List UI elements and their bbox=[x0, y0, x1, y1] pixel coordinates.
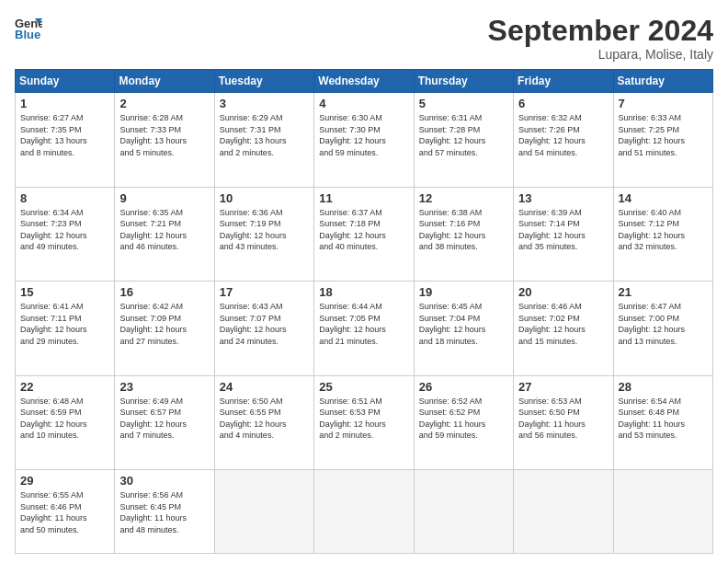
day-info: Sunrise: 6:33 AM Sunset: 7:25 PM Dayligh… bbox=[619, 112, 708, 158]
day-info: Sunrise: 6:27 AM Sunset: 7:35 PM Dayligh… bbox=[20, 112, 109, 158]
header-sunday: Sunday bbox=[16, 70, 115, 93]
table-row: 9Sunrise: 6:35 AM Sunset: 7:21 PM Daylig… bbox=[115, 187, 214, 281]
day-number: 5 bbox=[419, 97, 508, 110]
title-block: September 2024 Lupara, Molise, Italy bbox=[488, 15, 713, 62]
day-number: 23 bbox=[119, 380, 209, 394]
table-row bbox=[514, 470, 613, 554]
table-row: 6Sunrise: 6:32 AM Sunset: 7:26 PM Daylig… bbox=[514, 93, 613, 187]
table-row: 1Sunrise: 6:27 AM Sunset: 7:35 PM Daylig… bbox=[16, 93, 115, 187]
day-number: 26 bbox=[419, 380, 508, 394]
day-info: Sunrise: 6:44 AM Sunset: 7:05 PM Dayligh… bbox=[319, 301, 408, 347]
day-number: 21 bbox=[619, 285, 708, 299]
table-row: 4Sunrise: 6:30 AM Sunset: 7:30 PM Daylig… bbox=[314, 93, 414, 187]
day-info: Sunrise: 6:37 AM Sunset: 7:18 PM Dayligh… bbox=[319, 207, 408, 253]
day-info: Sunrise: 6:49 AM Sunset: 6:57 PM Dayligh… bbox=[119, 396, 209, 442]
day-number: 18 bbox=[319, 285, 408, 299]
table-row bbox=[613, 470, 712, 554]
table-row: 3Sunrise: 6:29 AM Sunset: 7:31 PM Daylig… bbox=[214, 93, 313, 187]
header-wednesday: Wednesday bbox=[314, 70, 414, 93]
table-row: 27Sunrise: 6:53 AM Sunset: 6:50 PM Dayli… bbox=[514, 375, 613, 469]
day-info: Sunrise: 6:56 AM Sunset: 6:45 PM Dayligh… bbox=[119, 489, 209, 535]
table-row: 5Sunrise: 6:31 AM Sunset: 7:28 PM Daylig… bbox=[414, 93, 513, 187]
day-info: Sunrise: 6:34 AM Sunset: 7:23 PM Dayligh… bbox=[20, 207, 109, 253]
day-number: 27 bbox=[518, 380, 608, 394]
day-number: 15 bbox=[20, 285, 109, 299]
day-info: Sunrise: 6:28 AM Sunset: 7:33 PM Dayligh… bbox=[119, 112, 209, 158]
day-info: Sunrise: 6:42 AM Sunset: 7:09 PM Dayligh… bbox=[119, 301, 209, 347]
day-number: 24 bbox=[220, 380, 309, 394]
calendar-table: Sunday Monday Tuesday Wednesday Thursday… bbox=[15, 69, 713, 554]
day-number: 16 bbox=[119, 285, 209, 299]
table-row: 17Sunrise: 6:43 AM Sunset: 7:07 PM Dayli… bbox=[214, 282, 313, 375]
day-info: Sunrise: 6:40 AM Sunset: 7:12 PM Dayligh… bbox=[619, 207, 708, 253]
day-number: 6 bbox=[518, 97, 608, 110]
table-row: 30Sunrise: 6:56 AM Sunset: 6:45 PM Dayli… bbox=[115, 470, 214, 554]
day-number: 29 bbox=[20, 474, 109, 488]
day-number: 8 bbox=[20, 191, 109, 205]
table-row: 26Sunrise: 6:52 AM Sunset: 6:52 PM Dayli… bbox=[414, 375, 513, 469]
day-info: Sunrise: 6:46 AM Sunset: 7:02 PM Dayligh… bbox=[518, 301, 608, 347]
day-number: 10 bbox=[220, 191, 309, 205]
location-subtitle: Lupara, Molise, Italy bbox=[488, 47, 713, 62]
day-info: Sunrise: 6:45 AM Sunset: 7:04 PM Dayligh… bbox=[419, 301, 508, 347]
day-info: Sunrise: 6:32 AM Sunset: 7:26 PM Dayligh… bbox=[518, 112, 608, 158]
day-info: Sunrise: 6:36 AM Sunset: 7:19 PM Dayligh… bbox=[220, 207, 309, 253]
svg-text:Blue: Blue bbox=[15, 28, 40, 40]
table-row bbox=[314, 470, 414, 554]
logo-icon: General Blue bbox=[15, 15, 42, 40]
table-row: 23Sunrise: 6:49 AM Sunset: 6:57 PM Dayli… bbox=[115, 375, 214, 469]
day-info: Sunrise: 6:39 AM Sunset: 7:14 PM Dayligh… bbox=[518, 207, 608, 253]
day-info: Sunrise: 6:47 AM Sunset: 7:00 PM Dayligh… bbox=[619, 301, 708, 347]
day-info: Sunrise: 6:35 AM Sunset: 7:21 PM Dayligh… bbox=[119, 207, 209, 253]
table-row: 21Sunrise: 6:47 AM Sunset: 7:00 PM Dayli… bbox=[613, 282, 712, 375]
table-row: 14Sunrise: 6:40 AM Sunset: 7:12 PM Dayli… bbox=[613, 187, 712, 281]
day-info: Sunrise: 6:54 AM Sunset: 6:48 PM Dayligh… bbox=[619, 396, 708, 442]
day-number: 22 bbox=[20, 380, 109, 394]
day-info: Sunrise: 6:29 AM Sunset: 7:31 PM Dayligh… bbox=[220, 112, 309, 158]
table-row: 12Sunrise: 6:38 AM Sunset: 7:16 PM Dayli… bbox=[414, 187, 513, 281]
day-info: Sunrise: 6:51 AM Sunset: 6:53 PM Dayligh… bbox=[319, 396, 408, 442]
table-row: 7Sunrise: 6:33 AM Sunset: 7:25 PM Daylig… bbox=[613, 93, 712, 187]
header-friday: Friday bbox=[514, 70, 613, 93]
logo: General Blue bbox=[15, 15, 42, 40]
day-number: 1 bbox=[20, 97, 109, 110]
day-number: 14 bbox=[619, 191, 708, 205]
day-number: 13 bbox=[518, 191, 608, 205]
table-row: 13Sunrise: 6:39 AM Sunset: 7:14 PM Dayli… bbox=[514, 187, 613, 281]
day-number: 11 bbox=[319, 191, 408, 205]
table-row: 11Sunrise: 6:37 AM Sunset: 7:18 PM Dayli… bbox=[314, 187, 414, 281]
table-row: 2Sunrise: 6:28 AM Sunset: 7:33 PM Daylig… bbox=[115, 93, 214, 187]
day-number: 7 bbox=[619, 97, 708, 110]
table-row: 16Sunrise: 6:42 AM Sunset: 7:09 PM Dayli… bbox=[115, 282, 214, 375]
day-number: 25 bbox=[319, 380, 408, 394]
day-number: 2 bbox=[119, 97, 209, 110]
table-row: 10Sunrise: 6:36 AM Sunset: 7:19 PM Dayli… bbox=[214, 187, 313, 281]
header-saturday: Saturday bbox=[613, 70, 712, 93]
day-number: 19 bbox=[419, 285, 508, 299]
table-row: 20Sunrise: 6:46 AM Sunset: 7:02 PM Dayli… bbox=[514, 282, 613, 375]
day-number: 30 bbox=[119, 474, 209, 488]
month-title: September 2024 bbox=[488, 15, 713, 47]
day-number: 28 bbox=[619, 380, 708, 394]
table-row bbox=[214, 470, 313, 554]
day-number: 20 bbox=[518, 285, 608, 299]
day-number: 17 bbox=[220, 285, 309, 299]
calendar-week-row: 29Sunrise: 6:55 AM Sunset: 6:46 PM Dayli… bbox=[16, 470, 713, 554]
table-row: 25Sunrise: 6:51 AM Sunset: 6:53 PM Dayli… bbox=[314, 375, 414, 469]
calendar-header-row: Sunday Monday Tuesday Wednesday Thursday… bbox=[16, 70, 713, 93]
calendar-week-row: 1Sunrise: 6:27 AM Sunset: 7:35 PM Daylig… bbox=[16, 93, 713, 187]
header-thursday: Thursday bbox=[414, 70, 513, 93]
table-row: 15Sunrise: 6:41 AM Sunset: 7:11 PM Dayli… bbox=[16, 282, 115, 375]
table-row: 18Sunrise: 6:44 AM Sunset: 7:05 PM Dayli… bbox=[314, 282, 414, 375]
header: General Blue September 2024 Lupara, Moli… bbox=[15, 15, 713, 62]
day-info: Sunrise: 6:43 AM Sunset: 7:07 PM Dayligh… bbox=[220, 301, 309, 347]
day-info: Sunrise: 6:50 AM Sunset: 6:55 PM Dayligh… bbox=[220, 396, 309, 442]
day-info: Sunrise: 6:48 AM Sunset: 6:59 PM Dayligh… bbox=[20, 396, 109, 442]
day-info: Sunrise: 6:55 AM Sunset: 6:46 PM Dayligh… bbox=[20, 489, 109, 535]
header-tuesday: Tuesday bbox=[214, 70, 313, 93]
day-info: Sunrise: 6:53 AM Sunset: 6:50 PM Dayligh… bbox=[518, 396, 608, 442]
table-row: 29Sunrise: 6:55 AM Sunset: 6:46 PM Dayli… bbox=[16, 470, 115, 554]
table-row: 22Sunrise: 6:48 AM Sunset: 6:59 PM Dayli… bbox=[16, 375, 115, 469]
day-info: Sunrise: 6:41 AM Sunset: 7:11 PM Dayligh… bbox=[20, 301, 109, 347]
day-info: Sunrise: 6:31 AM Sunset: 7:28 PM Dayligh… bbox=[419, 112, 508, 158]
